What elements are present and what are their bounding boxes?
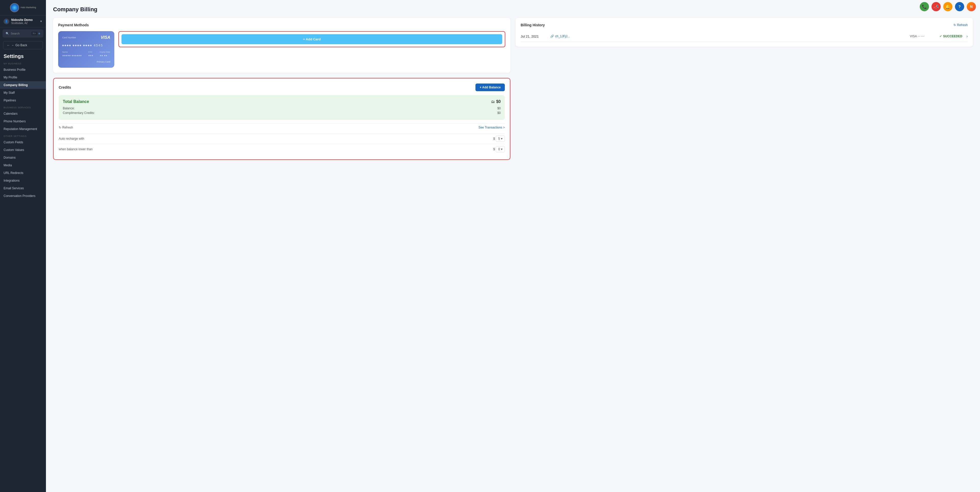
sidebar-item-custom-values[interactable]: Custom Values [0,146,46,154]
payment-methods-inner: Card Number VISA [58,31,505,68]
card-cvv-label: CVV [88,51,93,53]
card-dots-3 [83,45,92,46]
card-dots-1 [62,45,71,46]
sidebar-item-phone-numbers[interactable]: Phone Numbers [0,118,46,125]
add-card-container: + Add Card [118,31,505,47]
credits-refresh-button[interactable]: ↻ Refresh [59,126,73,129]
when-balance-value: 0 [498,147,500,151]
balance-label: Balance: [63,107,75,110]
sidebar-item-url-redirects[interactable]: URL Redirects [0,169,46,177]
sidebar-item-company-billing[interactable]: Company Billing [0,81,46,89]
link-icon: 🔗 [550,35,554,38]
billing-row-arrow[interactable]: › [966,34,968,38]
card-primary-badge: Primary Card [97,61,110,63]
logo-icon [10,3,19,12]
main-content: Company Billing Payment Methods Card Num… [46,0,980,492]
help-icon[interactable]: ? [955,2,964,11]
account-name: Nidosite Demo [11,18,40,22]
card-number-label: Card Number [62,36,76,39]
balance-value: $0 [497,107,501,110]
logo-text: Halo Marketing [21,6,36,9]
status-label: SUCCEEDED [943,35,962,38]
billing-row: Jul 21, 2021 🔗 ch_1JFjJ... VISA ··· ····… [520,31,968,42]
payment-methods-title: Payment Methods [58,23,505,27]
total-balance-label: Total Balance [63,99,89,104]
sidebar-logo: Halo Marketing [0,0,46,16]
card-name-value: ●●●●● ●●●●●● [62,54,82,57]
settings-title: Settings [0,51,46,60]
when-balance-select[interactable]: 0 ▾ [496,146,505,152]
sidebar-item-domains[interactable]: Domains [0,154,46,161]
search-icon: 🔍 [6,32,9,35]
wallet-icon: 🗂 [491,100,495,104]
sidebar-item-custom-fields[interactable]: Custom Fields [0,139,46,146]
when-balance-label: when balance lower than [59,147,93,151]
search-shortcut: ⌘K [32,32,37,35]
sidebar-item-pipelines[interactable]: Pipelines [0,97,46,104]
refresh-label: Refresh [62,126,73,129]
go-back-label: ← Go Back [11,43,27,47]
search-placeholder: Search [11,32,32,35]
billing-id[interactable]: 🔗 ch_1JFjJ... [550,35,906,38]
credit-card-visual: Card Number VISA [58,31,115,68]
check-icon: ✓ [939,35,942,38]
search-bar[interactable]: 🔍 Search ⌘K + [3,29,43,38]
section-label-my-business: MY BUSINESS [0,60,46,66]
sidebar-item-business-profile[interactable]: Business Profile [0,66,46,73]
sidebar-item-conversation-providers[interactable]: Conversation Providers [0,192,46,200]
account-icon: 👤 [3,19,9,24]
add-card-button[interactable]: + Add Card [121,34,502,44]
card-last4: 4545 [94,43,103,47]
add-balance-button[interactable]: + Add Balance [476,83,505,91]
card-expiry-label: Expiry Date [100,51,110,53]
auto-recharge-select[interactable]: 5 ▾ [496,136,505,142]
billing-date: Jul 21, 2021 [520,35,546,38]
card-name-label: Name [62,51,82,53]
sidebar-item-calendars[interactable]: Calendars [0,110,46,118]
sidebar: Halo Marketing 👤 Nidosite Demo Scottsdal… [0,0,46,492]
see-transactions-link[interactable]: See Transactions > [479,126,505,129]
payment-methods-card: Payment Methods Card Number VISA [53,18,511,73]
left-panel: Payment Methods Card Number VISA [53,18,511,160]
billing-history-card: Billing History ↻ Refresh Jul 21, 2021 🔗… [515,18,973,47]
card-dots-2 [73,45,81,46]
bell-icon[interactable]: 🔔 [943,2,953,11]
sidebar-item-my-profile[interactable]: My Profile [0,73,46,81]
billing-history-title: Billing History [520,23,545,27]
content-grid: Payment Methods Card Number VISA [53,18,973,160]
billing-card-info: VISA ··· ···· [910,35,935,38]
chevron-down-icon: ▼ [40,20,42,23]
sidebar-item-media[interactable]: Media [0,161,46,169]
sidebar-item-my-staff[interactable]: My Staff [0,89,46,97]
megaphone-icon[interactable]: 📣 [932,2,941,11]
section-label-business-services: BUSINESS SERVICES [0,104,46,110]
card-cvv-value: ●●● [88,54,93,57]
refresh-icon: ↻ [953,23,956,27]
account-switcher[interactable]: 👤 Nidosite Demo Scottsdale, AZ ▼ [0,16,46,27]
page-title: Company Billing [53,6,973,13]
sidebar-item-reputation-management[interactable]: Reputation Management [0,125,46,133]
right-panel: Billing History ↻ Refresh Jul 21, 2021 🔗… [515,18,973,160]
billing-refresh-label: Refresh [957,23,968,27]
avatar[interactable]: N [967,2,976,11]
card-expiry-value: ●● ●● [100,54,110,57]
billing-status: ✓ SUCCEEDED [939,35,963,38]
refresh-icon: ↻ [59,126,61,129]
back-arrow-icon: ← [7,43,10,47]
card-brand: VISA [101,35,110,40]
section-label-other-settings: OTHER SETTINGS [0,133,46,139]
credits-card: Credits + Add Balance Total Balance 🗂 $0… [53,78,511,160]
billing-history-refresh-button[interactable]: ↻ Refresh [953,23,968,27]
when-balance-chevron: ▾ [501,147,503,151]
complimentary-label: Complimentary Credits: [63,111,95,115]
auto-recharge-dollar: $ [493,137,495,141]
search-plus-icon: + [38,32,40,35]
account-location: Scottsdale, AZ [11,22,40,24]
credits-title: Credits [59,85,71,89]
sidebar-item-email-services[interactable]: Email Services [0,184,46,192]
go-back-button[interactable]: ← ← Go Back [3,41,43,49]
auto-recharge-chevron: ▾ [501,137,503,141]
sidebar-item-integrations[interactable]: Integrations [0,177,46,184]
phone-icon[interactable]: 📞 [920,2,929,11]
auto-recharge-value: 5 [498,137,500,141]
